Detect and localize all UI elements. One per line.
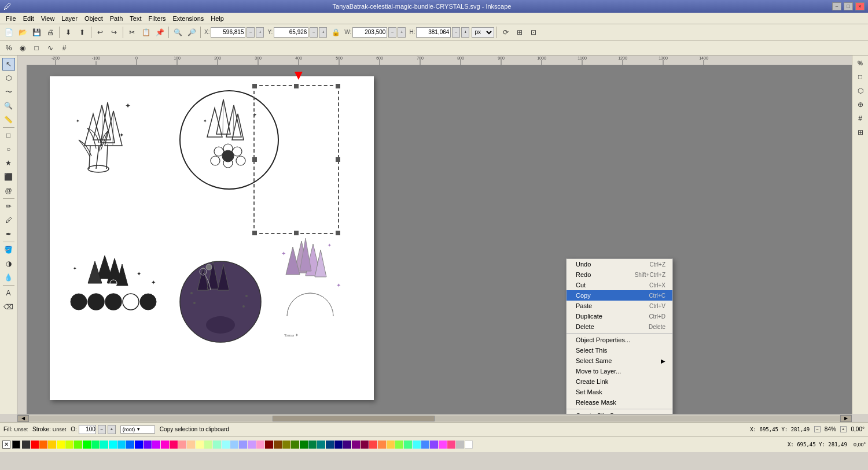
x-plus[interactable]: + xyxy=(256,27,264,38)
color-swatch[interactable] xyxy=(274,441,282,449)
color-swatch[interactable] xyxy=(152,441,160,449)
color-swatch[interactable] xyxy=(83,441,91,449)
scroll-thumb-h[interactable] xyxy=(273,416,435,421)
h-scrollbar[interactable]: ◀ ▶ xyxy=(17,414,852,422)
bezier-tool[interactable]: 🖊 xyxy=(2,214,15,227)
color-swatch[interactable] xyxy=(248,441,256,449)
context-create-clip-group[interactable]: Create Clip Group xyxy=(567,410,672,414)
import-button[interactable]: ⬇ xyxy=(62,26,75,39)
gradient-tool[interactable]: ◑ xyxy=(2,257,15,270)
menu-edit[interactable]: Edit xyxy=(20,14,38,23)
color-swatch[interactable] xyxy=(74,441,82,449)
zoom-out-button[interactable]: 🔎 xyxy=(185,26,198,39)
bucket-tool[interactable]: 🪣 xyxy=(2,243,15,256)
context-redo[interactable]: Redo Shift+Ctrl+Z xyxy=(567,269,672,280)
menu-object[interactable]: Object xyxy=(81,14,106,23)
color-swatch[interactable] xyxy=(352,441,360,449)
w-minus[interactable]: − xyxy=(388,27,396,38)
color-swatch[interactable] xyxy=(230,441,238,449)
h-input[interactable] xyxy=(416,27,451,38)
snap-bounding-box[interactable]: □ xyxy=(854,71,867,83)
color-swatch[interactable] xyxy=(196,441,204,449)
paste-button[interactable]: 📌 xyxy=(153,26,166,39)
new-button[interactable]: 📄 xyxy=(2,26,15,39)
color-swatch[interactable] xyxy=(39,441,47,449)
snap-toggle[interactable]: % xyxy=(2,42,15,54)
redo-button[interactable]: ↪ xyxy=(108,26,120,39)
tweak-tool[interactable]: 〜 xyxy=(2,86,15,98)
scroll-left[interactable]: ◀ xyxy=(17,415,29,422)
pencil-tool[interactable]: ✏ xyxy=(2,200,15,213)
color-swatch[interactable] xyxy=(204,441,212,449)
color-swatch[interactable] xyxy=(126,441,134,449)
y-plus[interactable]: + xyxy=(319,27,327,38)
h-plus[interactable]: + xyxy=(461,27,469,38)
maximize-button[interactable]: □ xyxy=(844,2,853,10)
context-paste[interactable]: Paste Ctrl+V xyxy=(567,301,672,311)
color-swatch[interactable] xyxy=(100,441,108,449)
rect-tool[interactable]: □ xyxy=(2,129,15,142)
w-input[interactable] xyxy=(352,27,387,38)
color-swatch[interactable] xyxy=(361,441,369,449)
color-swatch[interactable] xyxy=(421,441,429,449)
window-controls[interactable]: − □ × xyxy=(832,2,865,10)
scroll-right[interactable]: ▶ xyxy=(840,415,852,422)
selector-tool[interactable]: ↖ xyxy=(2,58,15,71)
color-swatch[interactable] xyxy=(65,441,73,449)
snap-nodes[interactable]: ⬡ xyxy=(854,84,867,97)
context-copy[interactable]: Copy Ctrl+C xyxy=(567,290,672,301)
color-swatch[interactable] xyxy=(213,441,221,449)
snap-node[interactable]: ◉ xyxy=(16,42,29,54)
zoom-tool[interactable]: 🔍 xyxy=(2,99,15,112)
unit-select[interactable]: pxmmcmin xyxy=(472,27,494,38)
canvas-inner[interactable]: ✦ ✦ ✦ xyxy=(27,65,852,414)
export-button[interactable]: ⬆ xyxy=(76,26,89,39)
color-swatch[interactable] xyxy=(170,441,178,449)
spiral-tool[interactable]: @ xyxy=(2,184,15,197)
y-minus[interactable]: − xyxy=(310,27,318,38)
opacity-input[interactable] xyxy=(79,425,96,434)
color-swatch[interactable] xyxy=(48,441,56,449)
menu-file[interactable]: File xyxy=(2,14,20,23)
color-swatch[interactable] xyxy=(135,441,143,449)
color-swatch[interactable] xyxy=(265,441,273,449)
menu-filters[interactable]: Filters xyxy=(145,14,170,23)
lock-aspect-button[interactable]: 🔒 xyxy=(329,26,342,39)
context-duplicate[interactable]: Duplicate Ctrl+D xyxy=(567,311,672,321)
measure-tool[interactable]: 📏 xyxy=(2,113,15,126)
color-swatch[interactable] xyxy=(317,441,325,449)
context-cut[interactable]: Cut Ctrl+X xyxy=(567,280,672,290)
color-swatch[interactable] xyxy=(300,441,308,449)
copy-button[interactable]: 📋 xyxy=(139,26,152,39)
node-tool[interactable]: ⬡ xyxy=(2,72,15,84)
color-swatch[interactable] xyxy=(326,441,334,449)
open-button[interactable]: 📂 xyxy=(16,26,29,39)
color-swatch[interactable] xyxy=(387,441,395,449)
context-move-to-layer[interactable]: Move to Layer... xyxy=(567,366,672,376)
no-fill-button[interactable]: ✕ xyxy=(2,441,10,449)
color-swatch[interactable] xyxy=(334,441,343,449)
ellipse-tool[interactable]: ○ xyxy=(2,143,15,156)
h-minus[interactable]: − xyxy=(452,27,460,38)
color-swatch[interactable] xyxy=(439,441,447,449)
color-swatch[interactable] xyxy=(404,441,412,449)
color-swatch[interactable] xyxy=(161,441,169,449)
context-object-properties[interactable]: Object Properties... xyxy=(567,335,672,345)
snap-path[interactable]: ∿ xyxy=(44,42,57,54)
menu-text[interactable]: Text xyxy=(126,14,145,23)
zoom-out-status[interactable]: − xyxy=(814,426,821,432)
align-button[interactable]: ⊞ xyxy=(513,26,526,39)
color-swatch[interactable] xyxy=(413,441,421,449)
color-swatch[interactable] xyxy=(256,441,264,449)
color-swatch[interactable] xyxy=(282,441,290,449)
color-swatch[interactable] xyxy=(395,441,403,449)
color-swatch[interactable] xyxy=(308,441,317,449)
menu-extensions[interactable]: Extensions xyxy=(169,14,207,23)
context-set-mask[interactable]: Set Mask xyxy=(567,387,672,397)
layer-selector[interactable]: (root) ▼ xyxy=(120,425,155,434)
context-undo[interactable]: Undo Ctrl+Z xyxy=(567,259,672,269)
zoom-in-status[interactable]: + xyxy=(840,426,847,432)
undo-button[interactable]: ↩ xyxy=(94,26,106,39)
color-swatch[interactable] xyxy=(117,441,126,449)
transform-button[interactable]: ⟳ xyxy=(499,26,512,39)
